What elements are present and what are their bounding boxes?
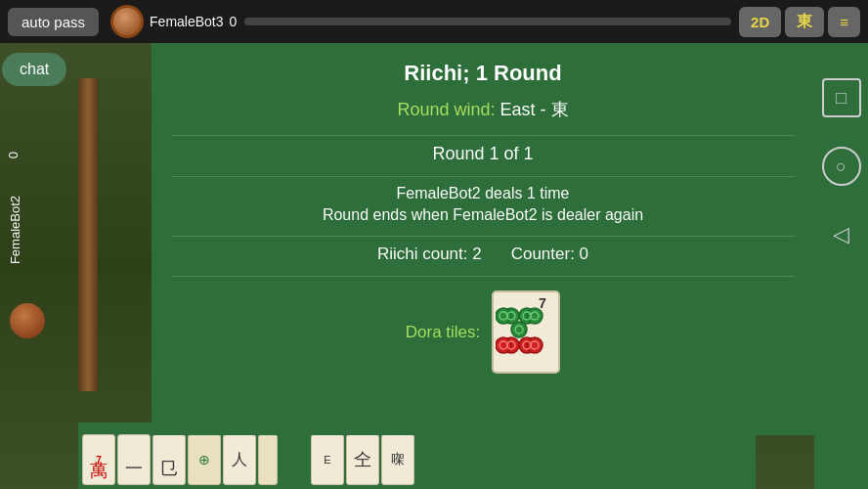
- round-of: Round 1 of 1: [432, 144, 533, 164]
- tile-9[interactable]: 㗎: [381, 434, 414, 485]
- top-bar: auto pass FemaleBot3 0 2D 東 ≡: [0, 0, 868, 43]
- tile-track-left: [78, 78, 98, 391]
- round-wind-row: Round wind: East - 東: [397, 98, 568, 121]
- dora-row: Dora tiles: 7: [406, 290, 561, 374]
- left-player-score: 0: [6, 152, 21, 158]
- dora-tile: 7: [492, 290, 560, 374]
- player-score: 0: [230, 14, 238, 29]
- counter: Counter: 0: [511, 244, 588, 264]
- tile-4[interactable]: ⊕: [188, 434, 221, 485]
- counts-row: Riichi count: 2 Counter: 0: [377, 244, 588, 264]
- top-buttons: 2D 東 ≡: [739, 7, 860, 37]
- left-player-name: FemaleBot2: [8, 196, 22, 264]
- dealer-text: FemaleBot2 deals 1 time: [397, 185, 570, 202]
- divider-3: [171, 236, 795, 237]
- svg-point-12: [496, 337, 511, 353]
- back-button[interactable]: ◁: [822, 215, 861, 254]
- dora-label: Dora tiles:: [406, 323, 481, 342]
- chat-button[interactable]: chat: [2, 53, 66, 86]
- round-wind-value: East - 東: [500, 100, 569, 119]
- tile-5[interactable]: 人: [223, 434, 256, 485]
- svg-point-9: [511, 322, 527, 337]
- square-button[interactable]: □: [822, 78, 861, 117]
- tile-7[interactable]: E: [311, 434, 344, 485]
- divider-4: [171, 276, 795, 277]
- riichi-count: Riichi count: 2: [377, 244, 482, 264]
- score-bar: [244, 18, 731, 25]
- tile-6[interactable]: [258, 434, 278, 485]
- svg-point-2: [496, 308, 511, 324]
- round-wind-label: Round wind:: [397, 100, 495, 119]
- tile-8[interactable]: 㒰: [346, 434, 379, 485]
- divider-1: [171, 135, 795, 136]
- round-ends-text: Round ends when FemaleBot2 is dealer aga…: [323, 206, 643, 224]
- dialog-title: Riichi; 1 Round: [404, 61, 561, 86]
- tile-1[interactable]: 7 萬: [82, 434, 115, 485]
- wind-button[interactable]: 東: [785, 7, 824, 37]
- tile-3[interactable]: 㔾: [152, 434, 186, 485]
- svg-text:7: 7: [539, 295, 546, 311]
- auto-pass-button[interactable]: auto pass: [8, 8, 99, 36]
- dora-tile-svg: 7: [496, 294, 556, 371]
- side-controls: □ ○ ◁: [814, 78, 868, 254]
- circle-button[interactable]: ○: [822, 147, 861, 186]
- menu-button[interactable]: ≡: [828, 7, 860, 37]
- divider-2: [171, 176, 795, 177]
- player-name: FemaleBot3: [150, 14, 223, 29]
- left-player-avatar: [10, 303, 45, 338]
- svg-point-16: [527, 337, 542, 353]
- player-avatar: [110, 5, 144, 38]
- tile-2[interactable]: 一: [117, 434, 151, 485]
- 2d-button[interactable]: 2D: [739, 7, 781, 37]
- game-info-dialog: Riichi; 1 Round Round wind: East - 東 Rou…: [152, 43, 814, 435]
- svg-point-6: [527, 308, 542, 324]
